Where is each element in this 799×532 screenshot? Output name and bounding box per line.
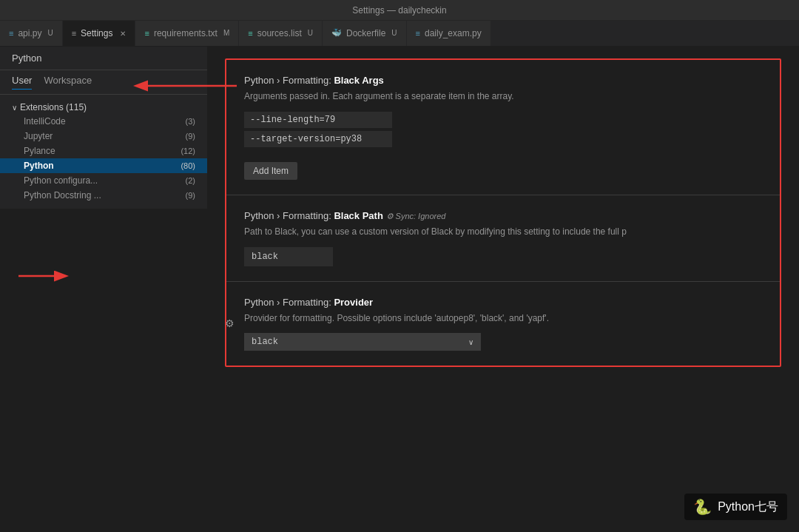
tab-sources-badge: U [308, 29, 313, 37]
tab-req-badge: M [223, 29, 229, 37]
settings-highlight-box: Python › Formatting: Black Args Argument… [225, 58, 781, 367]
watermark: 🐍 Python七号 [684, 494, 787, 520]
tab-dockerfile[interactable]: 🐳 Dockerfile U [323, 21, 407, 46]
black-path-title: Python › Formatting: Black Path ⚙ Sync: … [244, 210, 762, 221]
black-path-value: black [244, 247, 333, 266]
tab-settings[interactable]: ≡ Settings ✕ [63, 21, 136, 46]
provider-desc: Provider for formatting. Possible option… [244, 312, 762, 325]
tab-sources-icon: ≡ [248, 29, 252, 38]
black-args-title-bold: Black Args [334, 75, 383, 86]
item-count: (2) [186, 176, 195, 185]
tab-settings-icon: ≡ [72, 29, 76, 38]
item-count: (9) [186, 132, 195, 141]
sidebar-item-python-config[interactable]: Python configura... (2) [0, 173, 207, 188]
sidebar-item-python-docstring[interactable]: Python Docstring ... (9) [0, 188, 207, 203]
black-args-value-1: --line-length=79 [244, 112, 392, 128]
black-args-values: --line-length=79 --target-version=py38 [244, 112, 762, 150]
setting-black-path: Python › Formatting: Black Path ⚙ Sync: … [226, 195, 780, 282]
provider-title: Python › Formatting: Provider [244, 297, 762, 308]
setting-provider: ⚙ Python › Formatting: Provider Provider… [226, 282, 780, 366]
black-path-desc: Path to Black, you can use a custom vers… [244, 226, 762, 238]
sidebar-item-python[interactable]: Python (80) [0, 158, 207, 173]
tab-close-button[interactable]: ✕ [120, 30, 126, 38]
tab-badge-u: U [47, 29, 53, 37]
sidebar-wrapper: Python User Workspace ∨ Extensions (115)… [0, 47, 207, 532]
tab-file-icon: ≡ [9, 29, 13, 38]
tab-sources-label: sources.list [257, 28, 302, 38]
item-label: Python [24, 161, 54, 171]
black-args-title-prefix: Python › Formatting: [244, 75, 334, 86]
item-count: (9) [186, 191, 195, 200]
tab-settings-label: Settings [81, 28, 112, 38]
item-label: Pylance [24, 146, 55, 156]
main-layout: Python User Workspace ∨ Extensions (115)… [0, 47, 799, 532]
tab-requirements[interactable]: ≡ requirements.txt M [135, 21, 239, 46]
tab-label: api.py [18, 28, 41, 38]
tab-daily-exam[interactable]: ≡ daily_exam.py [407, 21, 491, 46]
item-count: (3) [186, 117, 195, 126]
gear-icon: ⚙ [225, 317, 235, 329]
item-label: IntelliCode [24, 116, 66, 127]
item-label: Jupyter [24, 131, 53, 141]
tab-user[interactable]: User [12, 75, 32, 90]
sidebar-item-jupyter[interactable]: Jupyter (9) [0, 129, 207, 144]
extensions-group[interactable]: ∨ Extensions (115) [0, 101, 207, 114]
breadcrumb-header: Python [0, 47, 207, 70]
provider-dropdown-value: black [252, 337, 278, 347]
sidebar: Python User Workspace ∨ Extensions (115)… [0, 47, 207, 209]
tab-daily-label: daily_exam.py [425, 28, 482, 38]
sync-badge: ⚙ Sync: Ignored [386, 212, 446, 220]
sidebar-item-pylance[interactable]: Pylance (12) [0, 144, 207, 158]
watermark-label: Python七号 [718, 499, 778, 515]
content-area: Python › Formatting: Black Args Argument… [207, 47, 799, 532]
black-path-title-prefix: Python › Formatting: [244, 210, 334, 221]
provider-title-prefix: Python › Formatting: [244, 297, 334, 308]
provider-title-bold: Provider [334, 297, 373, 308]
tab-bar: ≡ api.py U ≡ Settings ✕ ≡ requirements.t… [0, 21, 799, 47]
tab-daily-icon: ≡ [416, 29, 420, 38]
add-item-button[interactable]: Add Item [244, 162, 297, 180]
chevron-down-icon: ∨ [468, 338, 473, 346]
black-path-title-bold: Black Path [334, 210, 382, 221]
watermark-python-icon: 🐍 [693, 498, 712, 516]
tab-dockerfile-label: Dockerfile [346, 28, 385, 38]
tab-api-py[interactable]: ≡ api.py U [0, 21, 63, 46]
chevron-down-icon: ∨ [12, 104, 17, 112]
tab-dockerfile-badge: U [391, 29, 397, 37]
black-args-title: Python › Formatting: Black Args [244, 75, 762, 86]
red-arrow-sidebar [15, 265, 74, 287]
setting-black-args: Python › Formatting: Black Args Argument… [226, 60, 780, 195]
tab-sources[interactable]: ≡ sources.list U [239, 21, 323, 46]
python-breadcrumb: Python [12, 53, 41, 64]
tab-req-label: requirements.txt [154, 28, 218, 38]
extensions-label: Extensions (115) [20, 102, 87, 112]
black-args-value-2: --target-version=py38 [244, 131, 392, 147]
sidebar-item-intellicode[interactable]: IntelliCode (3) [0, 114, 207, 129]
tab-req-icon: ≡ [144, 29, 149, 38]
tab-docker-icon: 🐳 [331, 28, 342, 38]
tree-section: ∨ Extensions (115) IntelliCode (3) Jupyt… [0, 95, 207, 209]
window-title: Settings — dailycheckin [352, 5, 446, 16]
item-count: (80) [181, 161, 195, 170]
provider-dropdown[interactable]: black ∨ [244, 333, 481, 351]
title-bar: Settings — dailycheckin [0, 0, 799, 21]
item-label: Python configura... [24, 175, 98, 186]
item-label: Python Docstring ... [24, 190, 101, 201]
settings-tabs: User Workspace [0, 70, 207, 95]
black-args-desc: Arguments passed in. Each argument is a … [244, 90, 762, 103]
item-count: (12) [181, 147, 195, 155]
tab-workspace[interactable]: Workspace [44, 75, 92, 90]
